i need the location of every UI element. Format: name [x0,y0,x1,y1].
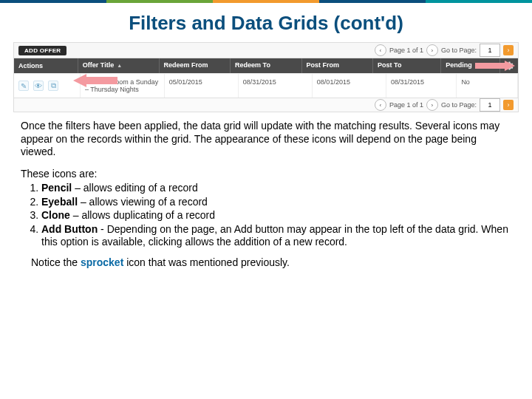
col-post-from[interactable]: Post From [302,58,374,73]
icons-list: Pencil – allows editing of a record Eyeb… [21,182,511,249]
annotation-arrow-right [475,61,515,71]
list-item: Pencil – allows editing of a record [41,182,511,195]
cell-redeem-to: 08/31/2015 [239,73,313,98]
notice-line: Notice the sprocket icon that was mentio… [31,256,511,270]
col-post-to[interactable]: Post To [373,58,441,73]
goto-page-label: Go to Page: [441,101,477,109]
sort-asc-icon: ▲ [117,63,122,68]
list-intro: These icons are: [21,168,511,181]
sprocket-word: sprocket [81,256,123,268]
intro-paragraph: Once the filters have been applied, the … [21,120,511,159]
grid-toolbar: ADD OFFER ‹ Page 1 of 1 › Go to Page: › [14,43,518,58]
prev-page-icon[interactable]: ‹ [375,99,386,111]
goto-page-input[interactable] [480,44,500,57]
goto-page-label: Go to Page: [441,47,477,54]
eyeball-icon[interactable]: 👁 [33,81,44,91]
col-redeem-from[interactable]: Redeem From [160,58,231,73]
pencil-icon[interactable]: ✎ [18,81,29,91]
list-item: Clone – allows duplicating of a record [41,209,511,222]
list-item: Add Button - Depending on the page, an A… [41,223,511,249]
data-grid: ADD OFFER ‹ Page 1 of 1 › Go to Page: › … [13,42,519,112]
goto-page-input[interactable] [480,98,500,112]
pager-bottom: ‹ Page 1 of 1 › Go to Page: › [375,98,514,112]
col-offer-title[interactable]: Offer Title▲ [78,58,160,73]
slide-title: Filters and Data Grids (cont'd) [0,12,532,35]
svg-marker-0 [475,61,515,71]
annotation-arrow-left [73,74,117,87]
page-indicator: Page 1 of 1 [389,101,423,109]
cell-pending: No [457,73,518,98]
col-redeem-to[interactable]: Redeem To [231,58,302,73]
add-offer-button[interactable]: ADD OFFER [18,46,66,55]
cell-post-to: 08/31/2015 [386,73,457,98]
next-page-icon[interactable]: › [426,99,438,111]
list-item: Eyeball – allows viewing of a record [41,196,511,209]
cell-redeem-from: 05/01/2015 [165,73,239,98]
col-actions[interactable]: Actions [14,58,78,73]
goto-page-button[interactable]: › [503,100,514,110]
cell-post-from: 08/01/2015 [313,73,386,98]
accent-stripe [0,0,532,3]
cell-offer-title: 50% Off Room a Sunday – Thursday Nights [81,73,165,98]
grid-footer: ‹ Page 1 of 1 › Go to Page: › [14,98,518,112]
grid-header-row: Actions Offer Title▲ Redeem From Redeem … [14,58,518,73]
prev-page-icon[interactable]: ‹ [375,44,386,56]
clone-icon[interactable]: ⧉ [48,81,58,91]
goto-page-button[interactable]: › [503,45,514,55]
svg-marker-1 [73,74,117,87]
row-actions: ✎ 👁 ⧉ [14,73,81,98]
pager-top: ‹ Page 1 of 1 › Go to Page: › [375,44,514,57]
body-text: Once the filters have been applied, the … [21,120,511,269]
page-indicator: Page 1 of 1 [389,47,423,54]
next-page-icon[interactable]: › [426,44,438,56]
table-row: ✎ 👁 ⧉ 50% Off Room a Sunday – Thursday N… [14,73,518,98]
